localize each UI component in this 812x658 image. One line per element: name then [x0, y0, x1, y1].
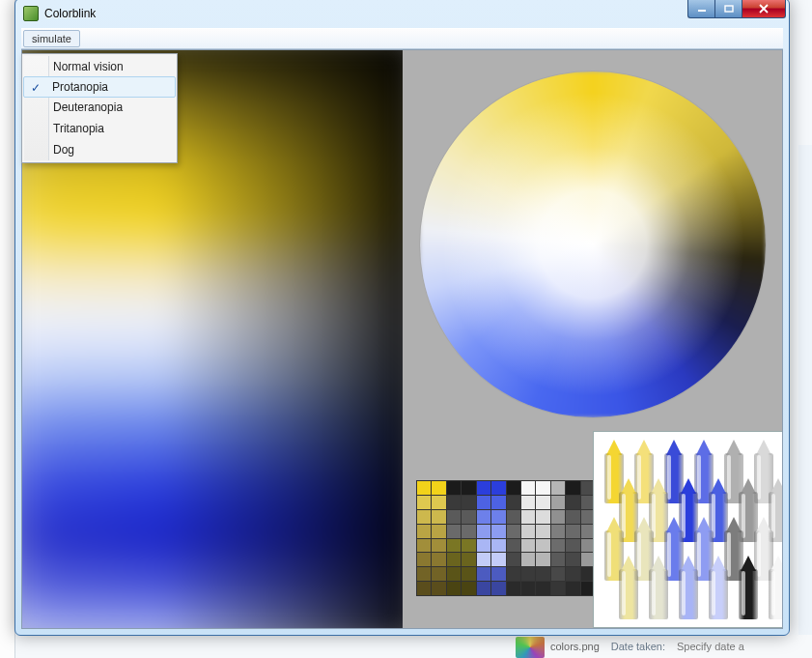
palette-swatch [536, 496, 549, 509]
menubar: simulate [21, 28, 783, 49]
palette-swatch [521, 510, 535, 524]
palette-swatch [432, 567, 445, 581]
palette-swatch [462, 582, 475, 595]
titlebar[interactable]: Colorblink [15, 0, 789, 28]
palette-swatch [551, 582, 565, 595]
menu-simulate[interactable]: simulate [23, 30, 80, 47]
file-name-label: colors.png [550, 641, 600, 652]
palette-swatch [521, 582, 535, 595]
palette-swatch [491, 496, 505, 509]
svg-rect-1 [725, 6, 733, 12]
palette-swatch [491, 567, 505, 581]
palette-swatch [551, 510, 565, 524]
palette-swatch [521, 481, 535, 495]
meta-value: Specify date a [677, 641, 744, 652]
palette-swatch [521, 539, 535, 553]
crayon-panel [593, 431, 783, 628]
palette-swatch [447, 525, 461, 538]
palette-swatch [551, 481, 565, 495]
palette-swatch [447, 481, 461, 495]
dd-label: Normal vision [53, 60, 124, 73]
palette-swatch [507, 525, 520, 538]
palette-swatch [462, 496, 475, 509]
palette-swatch [507, 481, 520, 495]
file-thumbnail [516, 637, 545, 658]
palette-swatch [566, 553, 579, 566]
maximize-icon [724, 5, 734, 13]
meta-key: Date taken: [611, 641, 665, 652]
crayon [768, 556, 783, 619]
palette-swatch [521, 525, 535, 538]
palette-swatch [491, 481, 505, 495]
palette-swatch [536, 567, 549, 581]
palette-swatch [417, 567, 431, 581]
palette-swatch [477, 496, 490, 509]
palette-swatch [417, 496, 431, 509]
svg-rect-0 [698, 10, 706, 12]
backdrop-right-strip [798, 145, 812, 647]
palette-swatch [491, 553, 505, 566]
dd-item-2[interactable]: Deuteranopia [24, 97, 175, 118]
palette-swatch [551, 525, 565, 538]
palette-swatch [477, 525, 490, 538]
right-pane [403, 50, 782, 628]
crayon [618, 556, 639, 619]
palette-swatch [536, 510, 549, 524]
palette-swatch [447, 496, 461, 509]
palette-swatch [432, 510, 445, 524]
palette-swatch [477, 481, 490, 495]
palette-swatch [566, 582, 579, 595]
palette-swatch [432, 582, 445, 595]
palette-swatch [566, 510, 579, 524]
palette-swatch [417, 510, 431, 524]
palette-swatch [551, 567, 565, 581]
dd-label: Protanopia [52, 80, 108, 94]
palette-swatch [447, 567, 461, 581]
minimize-icon [697, 5, 707, 13]
palette-swatch [417, 539, 431, 553]
close-button[interactable] [742, 0, 786, 18]
maximize-button[interactable] [714, 0, 742, 18]
palette-swatch [447, 510, 461, 524]
minimize-button[interactable] [687, 0, 714, 18]
palette-swatch [417, 525, 431, 538]
dd-item-4[interactable]: Dog [24, 139, 175, 160]
dd-label: Tritanopia [53, 122, 104, 135]
palette-swatch [462, 539, 475, 553]
palette-swatch [551, 496, 565, 509]
crayon [678, 556, 699, 619]
crayon [708, 556, 729, 619]
palette-swatch [491, 582, 505, 595]
crayon [738, 556, 759, 619]
palette-swatch [477, 582, 490, 595]
backdrop-left-strip [0, 0, 15, 658]
palette-swatch [477, 510, 490, 524]
dd-label: Dog [53, 143, 74, 157]
palette-swatch [521, 553, 535, 566]
check-icon: ✓ [31, 81, 41, 95]
palette-swatch [462, 510, 475, 524]
palette-swatch [521, 496, 535, 509]
palette-swatch [507, 582, 520, 595]
dd-item-0[interactable]: Normal vision [24, 56, 175, 77]
app-icon [23, 6, 39, 21]
palette-swatch [447, 582, 461, 595]
palette-swatch [551, 553, 565, 566]
palette-swatch [566, 539, 579, 553]
window-controls [687, 0, 786, 18]
palette-swatch [566, 481, 579, 495]
palette-swatch [491, 525, 505, 538]
palette-swatch [536, 481, 549, 495]
palette-swatch [507, 510, 520, 524]
palette-swatch [462, 567, 475, 581]
close-icon [758, 4, 770, 14]
palette-swatch [477, 567, 490, 581]
palette-swatch [432, 525, 445, 538]
palette-swatch [462, 525, 475, 538]
dd-item-3[interactable]: Tritanopia [24, 118, 175, 139]
crayon [648, 556, 669, 619]
palette-swatch [447, 539, 461, 553]
palette-swatch [491, 510, 505, 524]
dd-item-1[interactable]: ✓ Protanopia [23, 76, 176, 98]
palette-swatch [432, 539, 445, 553]
